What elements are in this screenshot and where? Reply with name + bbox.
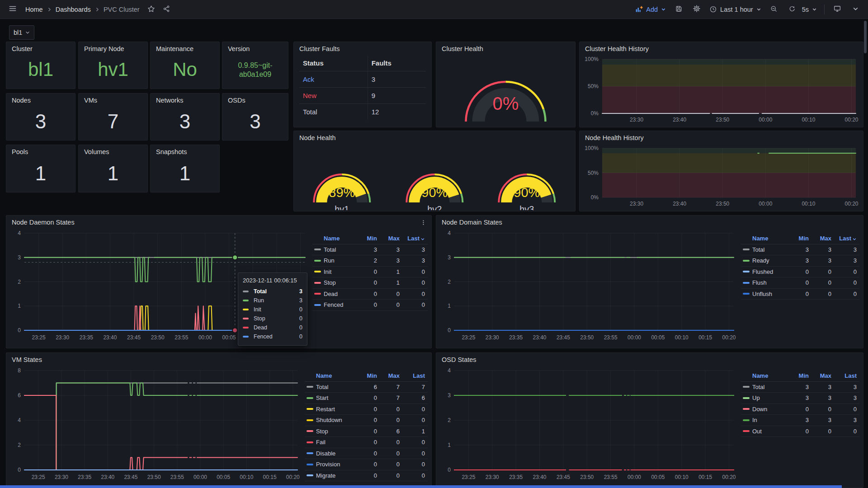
legend-series-name[interactable]: Fenced — [323, 301, 360, 308]
breadcrumb-home[interactable]: Home — [25, 6, 43, 13]
legend-row-run: Run233 — [312, 255, 428, 267]
legend-series-name[interactable]: Flushed — [752, 268, 792, 275]
time-range-picker[interactable]: Last 1 hour — [709, 5, 761, 13]
legend-last-value: 3 — [834, 384, 859, 390]
variable-dropdown-cluster[interactable]: bl1 — [9, 25, 34, 40]
legend-max-value: 3 — [811, 257, 834, 264]
legend-series-name[interactable]: Shutdown — [316, 417, 360, 423]
legend-series-name[interactable]: Total — [752, 384, 792, 390]
legend-column-name[interactable]: Name — [752, 235, 792, 242]
legend-series-name[interactable]: Provision — [316, 461, 360, 468]
panel-title: Networks — [151, 94, 219, 106]
series-color-dash — [307, 419, 313, 421]
legend-min-value: 0 — [360, 417, 380, 423]
legend-column-max[interactable]: Max — [380, 235, 402, 242]
y-tick-label: 2 — [448, 417, 451, 423]
panel-menu-kebab-icon[interactable] — [420, 219, 427, 228]
legend-series-name[interactable]: Disable — [316, 450, 360, 457]
legend-column-last[interactable]: Last — [402, 372, 428, 379]
y-tick-label: 2 — [18, 279, 21, 285]
share-dashboard-button[interactable] — [161, 3, 172, 16]
x-tick-label: 23:45 — [557, 334, 570, 341]
legend-series-name[interactable]: Stop — [316, 428, 360, 435]
legend-series-name[interactable]: Migrate — [316, 472, 360, 479]
series-color-dash — [307, 474, 313, 476]
favorite-star-button[interactable] — [146, 3, 157, 16]
nav-more-button[interactable] — [850, 3, 861, 16]
chart-tooltip: 2023-12-11 00:06:15Total3Run3Init0Stop0D… — [238, 272, 307, 346]
refresh-interval-dropdown[interactable]: 5s — [802, 6, 817, 13]
legend-column-min[interactable]: Min — [792, 235, 811, 242]
legend-series-name[interactable]: Total — [316, 384, 360, 390]
legend-max-value: 3 — [380, 246, 402, 253]
chevron-down-icon — [812, 7, 817, 12]
legend-column-min[interactable]: Min — [792, 372, 811, 379]
legend-series-name[interactable]: Unflush — [752, 291, 792, 297]
legend-max-value: 0 — [380, 439, 402, 446]
x-tick-label: 23:45 — [127, 334, 141, 341]
series-color-dash — [307, 386, 313, 388]
cluster-faults-table: Status Faults Ack3New9Total12 — [299, 55, 426, 120]
legend-series-name[interactable]: Out — [752, 428, 792, 435]
legend-column-min[interactable]: Min — [360, 372, 380, 379]
legend-series-name[interactable]: Start — [316, 394, 360, 401]
stat-value: 1 — [79, 157, 147, 189]
legend-column-last[interactable]: Last — [834, 372, 859, 379]
dashboard-settings-button[interactable] — [691, 3, 702, 16]
breadcrumb-dashboards[interactable]: Dashboards — [56, 6, 91, 13]
legend-last-value: 1 — [402, 428, 428, 435]
legend-series-name[interactable]: In — [752, 417, 792, 423]
x-tick-label: 00:05 — [222, 334, 236, 341]
legend-row-fenced: Fenced000 — [312, 300, 428, 311]
series-color-dash — [743, 419, 750, 421]
save-dashboard-button[interactable] — [673, 3, 684, 16]
legend-min-value: 0 — [792, 406, 811, 413]
monitor-icon — [833, 5, 841, 14]
kiosk-mode-button[interactable] — [832, 3, 843, 16]
osd-states-chart[interactable]: 0123423:2523:3023:3523:4023:4523:5023:55… — [441, 365, 736, 483]
legend-series-name[interactable]: Restart — [316, 406, 360, 413]
x-tick-label: 23:40 — [533, 474, 547, 480]
x-tick-label: 23:55 — [604, 474, 618, 480]
legend-column-name[interactable]: Name — [752, 372, 792, 379]
fault-status[interactable]: Total — [299, 104, 368, 120]
legend-column-max[interactable]: Max — [380, 372, 402, 379]
legend-series-name[interactable]: Total — [323, 246, 360, 253]
column-header-status[interactable]: Status — [299, 55, 368, 71]
legend-column-name[interactable]: Name — [316, 372, 360, 379]
refresh-dashboard-button[interactable] — [787, 3, 797, 16]
legend-series-name[interactable]: Down — [752, 406, 792, 413]
legend-column-last[interactable]: Last — [402, 235, 428, 242]
legend-row-disable: Disable000 — [305, 448, 428, 460]
vertical-scrollbar[interactable] — [864, 21, 867, 53]
legend-min-value: 0 — [360, 301, 380, 308]
fault-status[interactable]: Ack — [299, 71, 368, 88]
column-header-faults[interactable]: Faults — [368, 55, 426, 71]
add-panel-dropdown[interactable]: Add — [635, 5, 666, 13]
x-tick-label: 23:25 — [462, 334, 475, 341]
legend-column-max[interactable]: Max — [811, 372, 834, 379]
y-tick-label: 0 — [448, 327, 451, 333]
y-tick-label: 1 — [18, 303, 21, 309]
series-color-dash — [314, 260, 321, 262]
legend-min-value: 6 — [360, 384, 380, 390]
vm-states-chart[interactable]: 0246823:2523:3023:3523:4023:4523:5023:55… — [11, 365, 300, 483]
legend-column-max[interactable]: Max — [811, 235, 834, 242]
fault-status[interactable]: New — [299, 88, 368, 104]
legend-column-last[interactable]: Last — [834, 235, 859, 242]
legend-series-name[interactable]: Run — [323, 257, 360, 264]
legend-series-name[interactable]: Up — [752, 394, 792, 401]
y-tick-label: 8 — [18, 367, 21, 374]
legend-series-name[interactable]: Stop — [323, 279, 360, 286]
legend-column-min[interactable]: Min — [360, 235, 380, 242]
legend-series-name[interactable]: Dead — [323, 291, 360, 297]
zoom-out-time-button[interactable] — [769, 3, 779, 16]
legend-column-name[interactable]: Name — [323, 235, 360, 242]
legend-series-name[interactable]: Total — [752, 246, 792, 253]
node-domain-states-chart[interactable]: 0123423:2523:3023:3523:4023:4523:5023:55… — [441, 228, 736, 343]
legend-series-name[interactable]: Fail — [316, 439, 360, 446]
legend-series-name[interactable]: Ready — [752, 257, 792, 264]
legend-series-name[interactable]: Init — [323, 268, 360, 275]
menu-toggle-button[interactable] — [7, 3, 18, 16]
legend-series-name[interactable]: Flush — [752, 279, 792, 286]
